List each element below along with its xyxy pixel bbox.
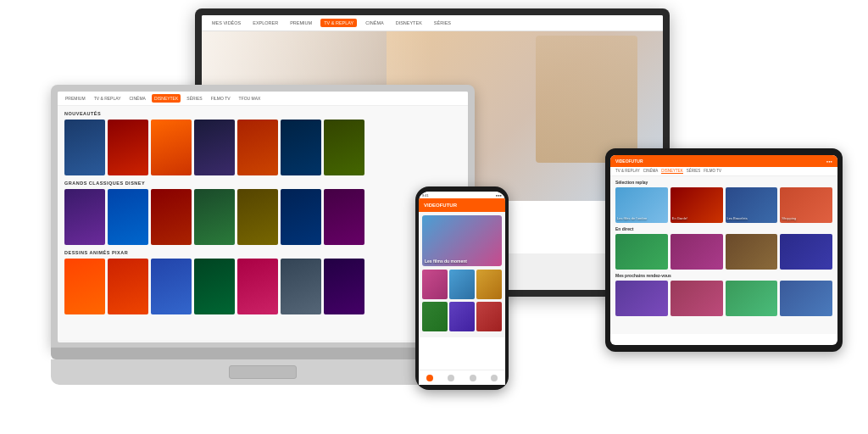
- laptop-nav: PREMIUM TV & REPLAY CINÉMA DISNEYTEK SÉR…: [58, 92, 468, 106]
- phone-thumb-5[interactable]: [449, 302, 475, 331]
- tablet-nav: TV & REPLAY CINÉMA DISNEYTEK SÉRIES FILM…: [610, 167, 837, 176]
- laptop: PREMIUM TV & REPLAY CINÉMA DISNEYTEK SÉR…: [51, 85, 475, 390]
- tablet-card-9[interactable]: [615, 281, 668, 316]
- tablet-screen: VIDEOFUTUR ●●● TV & REPLAY CINÉMA DISNEY…: [610, 155, 837, 345]
- tablet-section-endirect: En direct: [615, 226, 832, 231]
- tablet-card-2[interactable]: En Garde!: [670, 187, 723, 223]
- phone-nav-bar: [419, 370, 505, 385]
- monitor-nav-disneytek[interactable]: DISNEYTEK: [392, 19, 426, 27]
- laptop-touchpad[interactable]: [229, 365, 297, 379]
- monitor-nav-premium[interactable]: PREMIUM: [287, 19, 315, 27]
- pixar-row: [64, 259, 461, 314]
- laptop-card-11[interactable]: [194, 189, 235, 245]
- laptop-card-8[interactable]: [64, 189, 105, 245]
- tablet-card-6[interactable]: [670, 234, 723, 270]
- phone-frame: 9:41 ●●● VIDEOFUTUR Les films du moment: [415, 186, 509, 390]
- tablet-card-10[interactable]: [670, 281, 723, 316]
- laptop-card-13[interactable]: [281, 189, 321, 245]
- laptop-card-1[interactable]: [64, 120, 105, 175]
- tablet-logo: VIDEOFUTUR: [615, 159, 643, 164]
- tablet-content: Sélection replay Les filles de l'ombre E…: [610, 176, 837, 334]
- phone-thumb-4[interactable]: [422, 302, 448, 331]
- laptop-card-4[interactable]: [194, 120, 235, 175]
- phone-thumb-1[interactable]: [422, 270, 448, 299]
- monitor-nav: MES VIDÉOS EXPLORER PREMIUM TV & REPLAY …: [202, 15, 663, 31]
- phone-nav-play[interactable]: [470, 375, 476, 381]
- phone-thumb-3[interactable]: [476, 270, 502, 299]
- phone-thumb-6[interactable]: [476, 302, 502, 331]
- tablet-nav-disneytek[interactable]: DISNEYTEK: [661, 169, 683, 174]
- laptop-card-19[interactable]: [237, 259, 278, 314]
- laptop-card-12[interactable]: [237, 189, 278, 245]
- tablet-nav-filmo[interactable]: FILMO TV: [704, 169, 721, 174]
- tablet-nav-cinema[interactable]: CINÉMA: [643, 169, 659, 174]
- tablet-card-8[interactable]: [780, 234, 832, 270]
- laptop-card-20[interactable]: [281, 259, 321, 314]
- laptop-card-6[interactable]: [281, 120, 321, 175]
- tablet-card-11[interactable]: [726, 281, 778, 316]
- tablet-card-2-label: En Garde!: [672, 217, 687, 221]
- tablet-nav-tv-replay[interactable]: TV & REPLAY: [615, 169, 640, 174]
- tablet-card-5[interactable]: [615, 234, 668, 270]
- tablet-section-replay: Sélection replay: [615, 180, 832, 185]
- laptop-content: NOUVEAUTÉS GRANDS CLASSIQUES DISNEY: [58, 106, 468, 340]
- laptop-nav-tv-replay[interactable]: TV & REPLAY: [92, 94, 124, 103]
- section-nouveautes: NOUVEAUTÉS: [64, 111, 461, 116]
- laptop-card-10[interactable]: [151, 189, 192, 245]
- laptop-nav-premium[interactable]: PREMIUM: [63, 94, 88, 103]
- tablet-card-4-label: Shopping: [782, 217, 796, 221]
- tablet: VIDEOFUTUR ●●● TV & REPLAY CINÉMA DISNEY…: [605, 148, 843, 352]
- classiques-row: [64, 189, 461, 245]
- laptop-screen: PREMIUM TV & REPLAY CINÉMA DISNEYTEK SÉR…: [58, 92, 468, 342]
- nouveautes-row: [64, 120, 461, 175]
- phone-signal: ●●●: [496, 193, 502, 198]
- laptop-card-3[interactable]: [151, 120, 192, 175]
- section-pixar: DESSINS ANIMÉS PIXAR: [64, 250, 461, 255]
- section-classiques: GRANDS CLASSIQUES DISNEY: [64, 181, 461, 186]
- monitor-nav-mes-videos[interactable]: MES VIDÉOS: [209, 19, 244, 27]
- scene: MES VIDÉOS EXPLORER PREMIUM TV & REPLAY …: [0, 0, 868, 434]
- tablet-card-1[interactable]: Les filles de l'ombre: [615, 187, 668, 223]
- laptop-card-5[interactable]: [237, 120, 278, 175]
- phone-logo-bar: VIDEOFUTUR: [419, 198, 505, 212]
- laptop-card-16[interactable]: [108, 259, 148, 314]
- monitor-nav-cinema[interactable]: CINÉMA: [362, 19, 387, 27]
- tablet-row-1: Les filles de l'ombre En Garde! Les Brac…: [615, 187, 832, 223]
- phone-nav-home[interactable]: [426, 375, 433, 381]
- monitor-nav-series[interactable]: SÉRIES: [431, 19, 454, 27]
- phone-thumb-row-1: [422, 270, 502, 299]
- laptop-bottom-bezel: [51, 348, 475, 359]
- laptop-card-2[interactable]: [108, 120, 148, 175]
- laptop-nav-series[interactable]: SÉRIES: [184, 94, 204, 103]
- tablet-signal: ●●●: [826, 159, 832, 164]
- phone: 9:41 ●●● VIDEOFUTUR Les films du moment: [415, 186, 509, 390]
- tablet-nav-series[interactable]: SÉRIES: [687, 169, 701, 174]
- tablet-card-7[interactable]: [726, 234, 778, 270]
- phone-status-bar: 9:41 ●●●: [419, 192, 505, 198]
- monitor-nav-tv-replay[interactable]: TV & REPLAY: [320, 19, 357, 27]
- laptop-card-21[interactable]: [324, 259, 364, 314]
- monitor-nav-explorer[interactable]: EXPLORER: [249, 19, 281, 27]
- tablet-row-3: [615, 281, 832, 316]
- laptop-card-15[interactable]: [64, 259, 105, 314]
- phone-hero[interactable]: Les films du moment: [422, 215, 502, 266]
- laptop-nav-filmo[interactable]: FILMO TV: [209, 94, 233, 103]
- tablet-card-1-label: Les filles de l'ombre: [617, 217, 647, 221]
- tablet-card-4[interactable]: Shopping: [780, 187, 832, 223]
- laptop-nav-cinema[interactable]: CINÉMA: [127, 94, 148, 103]
- tablet-card-12[interactable]: [780, 281, 832, 316]
- laptop-card-17[interactable]: [151, 259, 192, 314]
- phone-thumb-2[interactable]: [449, 270, 475, 299]
- laptop-card-18[interactable]: [194, 259, 235, 314]
- tablet-row-2: [615, 234, 832, 270]
- laptop-card-7[interactable]: [324, 120, 364, 175]
- tablet-card-3[interactable]: Les Bracelets: [726, 187, 778, 223]
- tablet-top-bar: VIDEOFUTUR ●●●: [610, 155, 837, 167]
- laptop-nav-tfou[interactable]: TFOU MAX: [236, 94, 264, 103]
- phone-nav-user[interactable]: [491, 375, 498, 381]
- laptop-nav-disneytek[interactable]: DISNEYTEK: [152, 94, 181, 103]
- laptop-card-9[interactable]: [108, 189, 148, 245]
- laptop-card-14[interactable]: [324, 189, 364, 245]
- phone-hero-text: Les films du moment: [425, 259, 467, 264]
- phone-nav-search[interactable]: [448, 375, 454, 381]
